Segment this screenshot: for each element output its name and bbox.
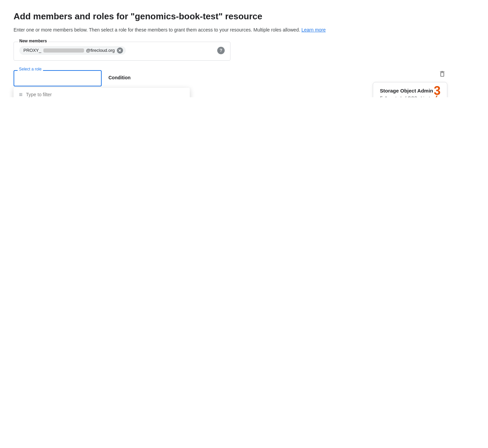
help-icon[interactable]: ? [217, 47, 225, 54]
member-chip-row: PROXY_ @firecloud.org ? [19, 46, 225, 55]
filter-input[interactable] [26, 92, 184, 97]
select-role-label: Select a role [18, 67, 43, 72]
select-role-container: Select a role ≡ DataprocFirebaseFirebase… [14, 70, 102, 86]
condition-label: Condition [108, 70, 130, 80]
arrow-3 [427, 94, 447, 97]
page-title: Add members and roles for "genomics-book… [14, 11, 474, 22]
condition-area: Condition [108, 70, 130, 80]
chip-close-button[interactable] [117, 47, 123, 54]
role-desc-title: Storage Object Admin [380, 88, 440, 94]
chip-prefix: PROXY_ [23, 48, 41, 53]
new-members-section: New members PROXY_ @firecloud.org ? [14, 42, 474, 61]
new-members-fieldset: New members PROXY_ @firecloud.org ? [14, 42, 230, 61]
new-members-legend: New members [18, 39, 48, 43]
dropdown-filter-row: ≡ [14, 88, 190, 97]
select-role-box[interactable] [14, 70, 102, 86]
roles-row: ✓ Save Select a role ≡ DataprocFirebaseF… [14, 70, 474, 86]
member-chip: PROXY_ @firecloud.org [19, 46, 126, 55]
page-subtitle: Enter one or more members below. Then se… [14, 26, 474, 34]
trash-icon-row [373, 70, 447, 79]
chip-blurred-text [43, 48, 84, 53]
learn-more-link[interactable]: Learn more [301, 27, 326, 33]
role-dropdown: ≡ DataprocFirebaseFirebase ProductsIAMOt… [14, 88, 190, 97]
trash-icon[interactable] [439, 70, 446, 79]
filter-icon: ≡ [19, 91, 23, 97]
chip-suffix: @firecloud.org [86, 48, 115, 53]
